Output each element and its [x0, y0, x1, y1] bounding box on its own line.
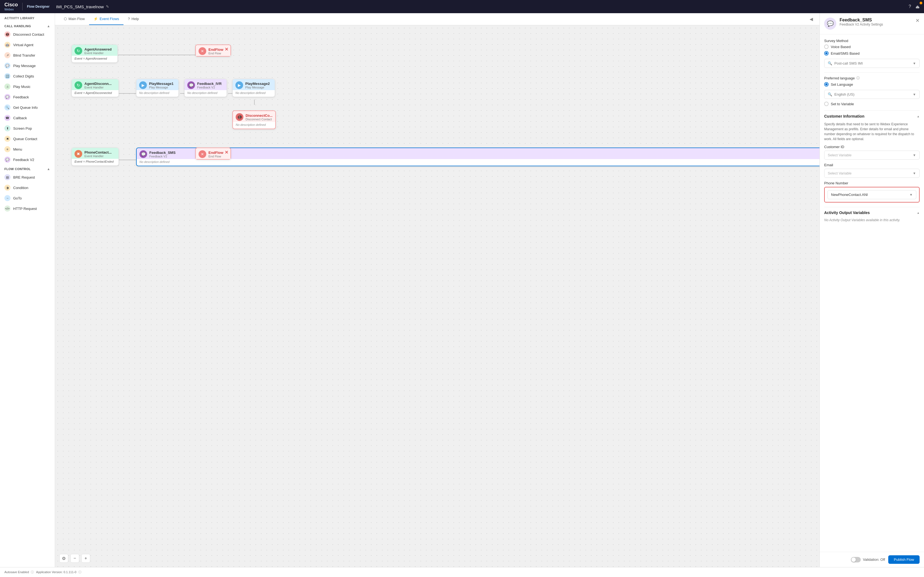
agent-answered-node-icon: ↻ [74, 47, 82, 55]
sidebar-item-condition[interactable]: ◑ Condition [0, 182, 55, 193]
flow-control-section[interactable]: FLOW CONTROL ▲ [0, 165, 55, 172]
settings-btn[interactable]: ⚙ [60, 554, 68, 563]
logo: Cisco Webex Flow Designer [5, 2, 50, 11]
play-message-1-icon: ▶ [139, 81, 147, 89]
activity-output-title[interactable]: Activity Output Variables [824, 211, 919, 215]
node-end-flow-1[interactable]: ✕ ✕ EndFlow End Flow [195, 45, 231, 56]
user-topbar-icon[interactable]: ⏏ [916, 4, 919, 9]
end-flow-1-close-icon[interactable]: ✕ [225, 47, 228, 52]
help-label: Help [131, 17, 139, 21]
sidebar-item-virtual-agent[interactable]: 🤖 Virtual Agent [0, 40, 55, 50]
validation-toggle-switch[interactable] [851, 557, 861, 562]
node-agent-disconnected[interactable]: ↻ AgentDisconn... Event Handler Event = … [71, 79, 119, 97]
sidebar-item-callback[interactable]: ☎ Callback [0, 113, 55, 123]
play-music-icon: ♫ [5, 84, 10, 90]
set-language-radio[interactable]: Set Language [824, 82, 919, 87]
node-feedback-ivr[interactable]: 💬 Feedback_IVR Feedback V2 No descriptio… [184, 79, 227, 97]
sidebar-item-play-music[interactable]: ♫ Play Music [0, 81, 55, 92]
sms-method-input[interactable] [834, 61, 911, 65]
sidebar-item-disconnect-contact[interactable]: 📵 Disconnect Contact [0, 29, 55, 40]
call-handling-section[interactable]: CALL HANDLING ▲ [0, 22, 55, 29]
sidebar-item-queue-contact[interactable]: ✖ Queue Contact [0, 134, 55, 144]
validation-label: Validation: Off [863, 558, 885, 562]
node-agent-answered[interactable]: ↻ AgentAnswered Event Handler Event = Ag… [71, 45, 118, 63]
sidebar-item-play-message[interactable]: 💬 Play Message [0, 60, 55, 71]
panel-close-btn[interactable]: ✕ [916, 18, 919, 24]
sidebar-header: ACTIVITY LIBRARY [0, 13, 55, 22]
bottombar: Autosave Enabled ⓘ Application Version: … [0, 567, 924, 577]
http-request-icon: </> [5, 206, 10, 211]
tab-help[interactable]: ? Help [123, 13, 143, 25]
condition-label: Condition [13, 186, 28, 190]
main-flow-icon: ⬡ [64, 17, 67, 21]
node-phone-contact-ended[interactable]: ✖ PhoneContact... Event Handler Event = … [71, 148, 119, 166]
node-end-flow-2[interactable]: ✕ ✕ EndFlow End Flow [195, 148, 231, 160]
collapse-sidebar-btn[interactable]: ◀ [808, 16, 815, 22]
sidebar-item-goto[interactable]: → GoTo [0, 193, 55, 203]
tab-event-flows[interactable]: ⚡ Event Flows [89, 13, 123, 25]
flow-title-area: IMI_PCS_SMS_travelnow ✎ [56, 5, 909, 9]
agent-disconnected-event: Event = AgentDisconnected [72, 90, 118, 97]
sidebar-item-screen-pop[interactable]: ⬆ Screen Pop [0, 123, 55, 134]
sms-method-dropdown[interactable]: 🔍 ▼ [824, 59, 919, 68]
help-topbar-icon[interactable]: ? [909, 4, 911, 9]
app-version-label: Application Version: 0.1.111-0 ⓘ [36, 570, 81, 574]
language-input[interactable] [834, 92, 911, 97]
validation-toggle[interactable]: Validation: Off [851, 557, 885, 562]
customer-id-dropdown[interactable]: Select Variable ▼ [824, 151, 919, 160]
play-message-2-subtitle: Play Message [245, 86, 270, 89]
play-message-icon: 💬 [5, 63, 10, 69]
collect-digits-icon: 🔢 [5, 73, 10, 79]
node-feedback-sms[interactable]: ✕ 💬 Feedback_SMS Feedback V2 No descript… [136, 148, 819, 166]
disconnect-co-icon: 📵 [236, 113, 243, 121]
feedback-ivr-desc: No description defined [184, 90, 226, 97]
play-message-1-subtitle: Play Message [149, 86, 173, 89]
publish-flow-btn[interactable]: Publish Flow [888, 555, 919, 564]
flow-canvas[interactable]: ↻ AgentAnswered Event Handler Event = Ag… [55, 25, 819, 567]
help-icon: ? [128, 17, 130, 21]
feedback-sms-desc: No description defined [137, 159, 819, 166]
end-flow-2-close-icon[interactable]: ✕ [225, 150, 228, 155]
flow-name-label: IMI_PCS_SMS_travelnow [56, 5, 104, 9]
panel-footer: Validation: Off Publish Flow [820, 552, 924, 567]
sidebar-item-feedback[interactable]: 💬 Feedback [0, 92, 55, 102]
sidebar-item-http-request[interactable]: </> HTTP Request [0, 203, 55, 214]
customer-info-title[interactable]: Customer Information [824, 114, 919, 118]
zoom-in-btn[interactable]: + [81, 554, 90, 563]
tab-main-flow[interactable]: ⬡ Main Flow [60, 13, 89, 25]
sidebar-item-menu[interactable]: ≡ Menu [0, 144, 55, 155]
goto-label: GoTo [13, 196, 22, 200]
node-play-message-1[interactable]: ▶ PlayMessage1 Play Message No descripti… [136, 79, 179, 97]
http-request-label: HTTP Request [13, 206, 37, 211]
canvas-controls: ⚙ − + [60, 554, 90, 563]
email-dropdown[interactable]: Select Variable ▼ [824, 169, 919, 178]
phone-number-dropdown[interactable]: NewPhoneContact.ANI ▼ [827, 190, 916, 199]
main-flow-label: Main Flow [68, 17, 85, 21]
webex-logo-text: Webex [5, 8, 18, 11]
info-icon: ⓘ [856, 76, 859, 81]
disconnect-co-title: DisconnectCo... [246, 113, 273, 118]
agent-disconnected-subtitle: Event Handler [84, 86, 111, 89]
topbar: Cisco Webex Flow Designer IMI_PCS_SMS_tr… [0, 0, 924, 13]
sms-method-chevron: ▼ [913, 61, 916, 65]
node-play-message-2[interactable]: ▶ PlayMessage2 Play Message No descripti… [233, 79, 275, 97]
language-dropdown[interactable]: 🔍 ▼ [824, 90, 919, 99]
sidebar-item-bre-request[interactable]: ▤ BRE Request [0, 172, 55, 182]
agent-disconnected-title: AgentDisconn... [84, 82, 111, 86]
language-radio-group: Set Language [824, 82, 919, 87]
phone-contact-ended-event: Event = PhoneContactEnded [72, 159, 118, 165]
node-disconnect-co[interactable]: 📵 DisconnectCo... Disconnect Contact No … [233, 110, 276, 129]
sidebar-item-collect-digits[interactable]: 🔢 Collect Digits [0, 71, 55, 81]
edit-flow-name-icon[interactable]: ✎ [106, 5, 109, 9]
sidebar-item-blind-transfer[interactable]: ↗ Blind Transfer [0, 50, 55, 60]
set-to-variable-label: Set to Variable [831, 102, 854, 106]
sidebar-item-feedback-v2[interactable]: 💬 Feedback V2 [0, 155, 55, 165]
sidebar-item-get-queue-info[interactable]: 🔍 Get Queue Info [0, 102, 55, 113]
email-sms-radio[interactable]: Email/SMS Based [824, 51, 919, 55]
play-message-1-title: PlayMessage1 [149, 82, 173, 86]
set-to-variable-radio[interactable]: Set to Variable [824, 102, 919, 106]
play-music-label: Play Music [13, 85, 31, 89]
phone-number-highlighted: NewPhoneContact.ANI ▼ [824, 187, 919, 203]
zoom-out-btn[interactable]: − [70, 554, 79, 563]
voice-based-radio[interactable]: Voice Based [824, 45, 919, 49]
